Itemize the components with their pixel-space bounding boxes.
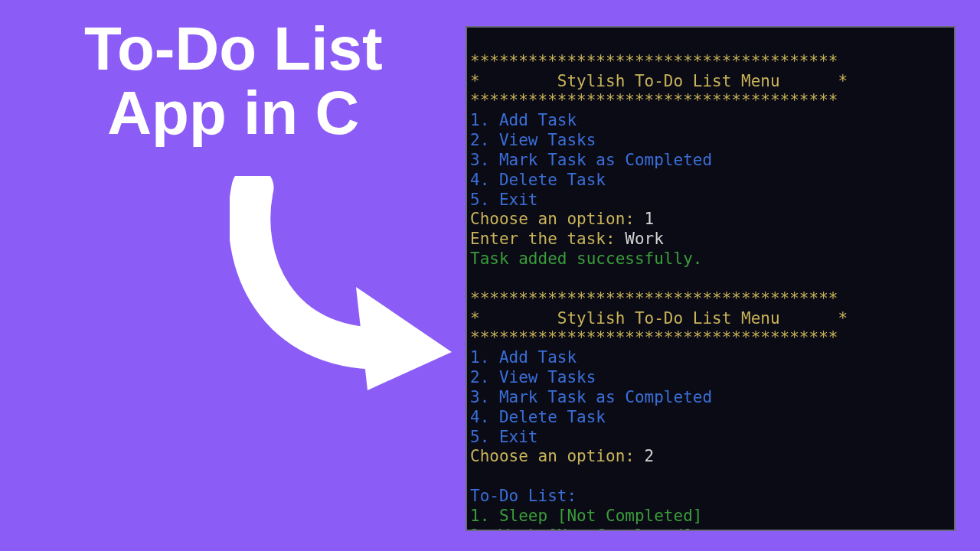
menu-item-add-task: 1. Add Task: [470, 111, 577, 129]
menu-item-view-tasks: 2. View Tasks: [470, 131, 596, 149]
menu-border: **************************************: [470, 91, 838, 109]
menu-item-exit: 5. Exit: [470, 428, 538, 446]
menu-border: **************************************: [470, 328, 838, 347]
user-input-option: 1: [645, 210, 655, 228]
title-line-2: App in C: [84, 81, 383, 145]
menu-border: **************************************: [470, 289, 838, 308]
menu-item-delete-task: 4. Delete Task: [470, 171, 606, 189]
menu-border: **************************************: [470, 52, 838, 70]
menu-item-exit: 5. Exit: [470, 191, 538, 209]
list-heading: To-Do List:: [470, 487, 577, 505]
prompt-choose: Choose an option:: [470, 210, 645, 228]
success-message: Task added successfully.: [470, 249, 702, 268]
prompt-choose: Choose an option:: [470, 447, 645, 465]
list-item: 1. Sleep [Not Completed]: [470, 507, 702, 525]
heading-title: To-Do List App in C: [84, 17, 383, 145]
menu-item-view-tasks: 2. View Tasks: [470, 368, 596, 386]
menu-item-mark-completed: 3. Mark Task as Completed: [470, 151, 712, 169]
list-item: 2. Work [Not Completed]: [470, 527, 693, 531]
prompt-enter-task: Enter the task:: [470, 230, 625, 248]
menu-item-add-task: 1. Add Task: [470, 348, 577, 367]
menu-header: * Stylish To-Do List Menu *: [470, 72, 848, 90]
title-line-1: To-Do List: [84, 17, 383, 81]
menu-item-delete-task: 4. Delete Task: [470, 408, 606, 426]
menu-header: * Stylish To-Do List Menu *: [470, 309, 848, 328]
user-input-option: 2: [645, 447, 655, 465]
terminal-window: ************************************** *…: [466, 26, 956, 531]
menu-item-mark-completed: 3. Mark Task as Completed: [470, 388, 712, 406]
user-input-task: Work: [625, 230, 664, 248]
curved-arrow-icon: [230, 176, 459, 390]
